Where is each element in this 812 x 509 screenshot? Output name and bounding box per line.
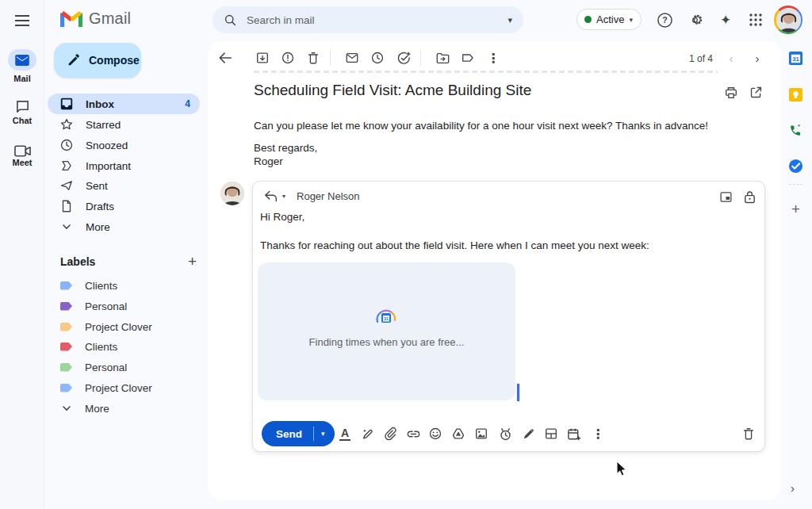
move-to-button[interactable]	[435, 50, 450, 66]
side-panel-divider	[789, 184, 802, 185]
search-placeholder: Search in mail	[247, 14, 315, 26]
label-item[interactable]: Clients	[48, 275, 200, 296]
star-icon	[59, 117, 75, 132]
sidebar-item-drafts[interactable]: Drafts	[48, 196, 200, 216]
rail-label-mail: Mail	[0, 74, 44, 83]
gemini-sparkle-button[interactable]: ✦	[716, 10, 735, 29]
insert-emoji-button[interactable]	[427, 426, 443, 442]
reply-recipient-chip[interactable]: Roger Nelson	[297, 190, 360, 202]
pop-out-reply-button[interactable]	[718, 189, 733, 204]
mark-unread-button[interactable]	[344, 50, 360, 66]
sidebar-item-label: More	[86, 221, 110, 233]
calendar-app-icon[interactable]: 31	[788, 51, 803, 66]
account-avatar[interactable]	[774, 6, 802, 34]
table-layout-button[interactable]	[543, 426, 559, 442]
add-to-tasks-button[interactable]	[396, 50, 412, 66]
pencil-icon	[67, 53, 81, 67]
inbox-count: 4	[185, 98, 190, 109]
attach-file-button[interactable]	[382, 426, 398, 442]
older-email-button[interactable]: ›	[750, 51, 764, 65]
rail-tab-mail[interactable]	[8, 49, 36, 71]
label-text: Personal	[85, 300, 127, 312]
gmail-m-icon	[60, 10, 82, 27]
label-tag-icon	[60, 343, 72, 351]
help-me-write-button[interactable]	[359, 426, 375, 442]
send-button[interactable]: Send ▾	[262, 421, 335, 446]
sidebar-item-label: Important	[86, 160, 131, 172]
message-security-lock-icon[interactable]	[742, 189, 756, 204]
status-caret-icon: ▾	[629, 16, 633, 24]
status-selector[interactable]: Active ▾	[576, 9, 642, 30]
label-item[interactable]: Personal	[48, 357, 200, 377]
important-icon	[59, 158, 75, 174]
draft-icon	[59, 198, 75, 214]
keep-app-icon[interactable]	[788, 87, 803, 102]
label-item[interactable]: Project Clover	[48, 377, 200, 398]
reply-type-caret-icon[interactable]: ▾	[282, 193, 285, 200]
scheduling-loading-card	[258, 262, 515, 400]
sidebar-item-label: Sent	[86, 180, 108, 192]
delete-button[interactable]	[305, 50, 321, 66]
newer-email-button[interactable]: ‹	[724, 51, 738, 65]
report-spam-button[interactable]	[280, 50, 296, 66]
add-label-button[interactable]: +	[188, 254, 197, 269]
insert-from-drive-button[interactable]	[450, 426, 466, 442]
compose-more-options-button[interactable]: ⋮	[590, 426, 606, 442]
print-button[interactable]	[723, 85, 738, 100]
settings-gear-button[interactable]	[685, 10, 704, 29]
insert-photo-button[interactable]	[473, 426, 489, 442]
formatting-options-button[interactable]: A	[337, 426, 353, 442]
loading-status-text: Finding times when you are free...	[258, 336, 515, 348]
compose-button[interactable]: Compose	[54, 43, 141, 78]
label-text: Project Clover	[85, 382, 152, 394]
search-input[interactable]: Search in mail ▾	[213, 6, 523, 33]
hamburger-menu-icon[interactable]	[13, 11, 32, 30]
get-add-ons-button[interactable]: +	[788, 201, 803, 218]
sidebar-item-sent[interactable]: Sent	[48, 175, 200, 196]
label-tag-icon	[60, 384, 72, 392]
sidebar-item-label: Starred	[86, 119, 121, 131]
svg-text:31: 31	[792, 55, 799, 63]
archive-button[interactable]	[255, 50, 270, 66]
sidebar-item-snoozed[interactable]: Snoozed	[48, 135, 200, 155]
more-options-button[interactable]: ⋮	[485, 50, 501, 66]
label-text: Clients	[85, 280, 117, 292]
rail-tab-chat[interactable]	[13, 97, 32, 116]
page-indicator: 1 of 4	[684, 53, 718, 64]
reply-body: Thanks for reaching out about the field …	[260, 239, 649, 251]
sidebar-item-more[interactable]: More	[48, 216, 200, 237]
show-side-panel-button[interactable]: ›	[791, 481, 795, 495]
back-arrow-button[interactable]	[217, 50, 233, 66]
labels-button[interactable]	[460, 50, 476, 66]
insert-link-button[interactable]	[405, 426, 421, 442]
confidential-mode-button[interactable]	[497, 426, 513, 442]
reply-type-icon[interactable]	[263, 189, 278, 203]
voice-app-icon[interactable]	[788, 123, 803, 138]
label-tag-icon	[60, 281, 72, 290]
sidebar-item-starred[interactable]: Starred	[48, 114, 200, 135]
open-in-new-button[interactable]	[749, 85, 764, 100]
more-vertical-icon: ⋮	[592, 427, 604, 442]
send-options-caret-icon[interactable]: ▾	[314, 430, 335, 438]
app-rail: Mail Chat Meet	[0, 0, 44, 509]
search-options-caret-icon[interactable]: ▾	[508, 15, 512, 25]
sidebar-item-important[interactable]: Important	[48, 155, 200, 176]
clock-icon	[59, 137, 75, 153]
tasks-app-icon[interactable]	[788, 159, 803, 174]
insert-signature-button[interactable]	[520, 426, 536, 442]
email-body-line: Roger	[254, 155, 283, 167]
label-item[interactable]: Project Clover	[48, 316, 200, 337]
svg-text:?: ?	[662, 15, 667, 25]
label-item[interactable]: Clients	[48, 336, 200, 357]
label-item[interactable]: Personal	[48, 296, 200, 316]
help-button[interactable]: ?	[655, 10, 674, 29]
sidebar-item-inbox[interactable]: Inbox 4	[48, 94, 200, 114]
discard-draft-button[interactable]	[741, 426, 756, 442]
snooze-button[interactable]	[370, 50, 385, 66]
label-text: Clients	[85, 341, 117, 353]
email-body-line: Can you please let me know your availabi…	[254, 120, 708, 132]
google-apps-grid-button[interactable]	[746, 10, 765, 29]
toolbar-separator	[330, 50, 331, 66]
set-up-time-to-meet-button[interactable]	[565, 426, 581, 442]
labels-more[interactable]: More	[48, 398, 200, 419]
